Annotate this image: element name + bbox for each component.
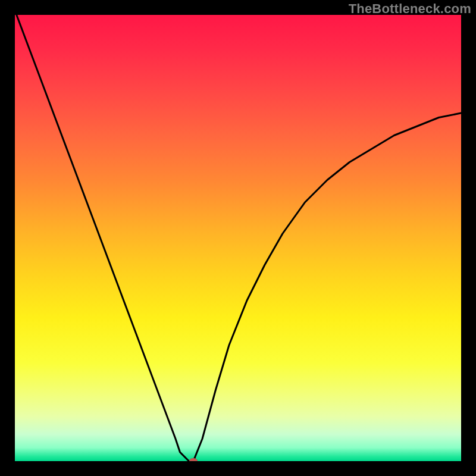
optimal-point-marker [189, 458, 198, 461]
chart-curve [15, 15, 461, 461]
plot-area [15, 15, 461, 461]
bottleneck-curve-path [15, 15, 461, 461]
watermark-label: TheBottleneck.com [349, 1, 471, 17]
chart-frame: TheBottleneck.com [0, 0, 476, 476]
